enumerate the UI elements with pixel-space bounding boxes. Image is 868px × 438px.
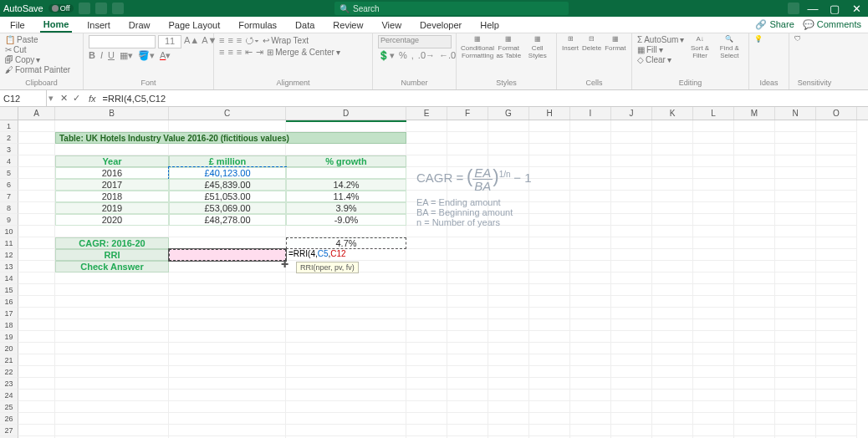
tab-page-layout[interactable]: Page Layout xyxy=(165,18,223,32)
cell[interactable] xyxy=(775,144,816,155)
cell[interactable] xyxy=(611,167,652,179)
cell[interactable] xyxy=(406,366,447,378)
cell[interactable] xyxy=(775,214,816,226)
cell[interactable] xyxy=(570,366,611,378)
row-header[interactable]: 23 xyxy=(0,378,18,390)
cell[interactable] xyxy=(488,390,529,401)
cell[interactable] xyxy=(734,413,775,425)
cell[interactable] xyxy=(734,343,775,354)
cell[interactable] xyxy=(570,296,611,308)
cell[interactable] xyxy=(775,354,816,366)
cell[interactable] xyxy=(611,308,652,319)
cell[interactable] xyxy=(529,401,570,413)
cell[interactable] xyxy=(488,366,529,378)
cell[interactable] xyxy=(570,401,611,413)
cell[interactable] xyxy=(816,237,857,249)
cell[interactable] xyxy=(775,319,816,331)
cell[interactable] xyxy=(286,202,406,214)
col-header[interactable]: O xyxy=(816,107,857,120)
cell[interactable] xyxy=(775,261,816,272)
cell[interactable] xyxy=(529,202,570,214)
align-left-icon[interactable]: ≡ xyxy=(219,47,224,58)
align-right-icon[interactable]: ≡ xyxy=(237,47,242,58)
cell[interactable] xyxy=(169,331,286,343)
cell[interactable] xyxy=(18,284,55,296)
col-header[interactable]: L xyxy=(693,107,734,120)
autosum-button[interactable]: Σ AutoSum ▾ xyxy=(637,35,684,44)
cell[interactable] xyxy=(55,366,169,378)
cell[interactable] xyxy=(55,390,169,401)
row-header[interactable]: 26 xyxy=(0,413,18,425)
cell[interactable] xyxy=(447,296,488,308)
cell[interactable] xyxy=(611,226,652,237)
cell[interactable] xyxy=(611,179,652,191)
cell[interactable] xyxy=(611,425,652,436)
cell[interactable] xyxy=(816,132,857,144)
tab-developer[interactable]: Developer xyxy=(416,18,465,32)
cell[interactable] xyxy=(816,308,857,319)
cell[interactable] xyxy=(570,132,611,144)
cell[interactable] xyxy=(529,261,570,272)
row-header[interactable]: 24 xyxy=(0,390,18,401)
cell[interactable] xyxy=(286,132,406,144)
cell[interactable] xyxy=(652,202,693,214)
cell[interactable] xyxy=(693,425,734,436)
tab-draw[interactable]: Draw xyxy=(125,18,154,32)
cell[interactable] xyxy=(693,167,734,179)
row-header[interactable]: 19 xyxy=(0,331,18,343)
cell[interactable] xyxy=(611,319,652,331)
cell[interactable] xyxy=(18,237,55,249)
cell[interactable] xyxy=(488,144,529,155)
cell[interactable] xyxy=(529,272,570,284)
cell[interactable] xyxy=(529,167,570,179)
cell[interactable] xyxy=(652,284,693,296)
cell[interactable] xyxy=(55,261,169,272)
cell[interactable] xyxy=(775,120,816,132)
align-top-icon[interactable]: ≡ xyxy=(219,35,224,45)
cell[interactable] xyxy=(286,249,406,261)
row-header[interactable]: 21 xyxy=(0,354,18,366)
cell[interactable] xyxy=(652,272,693,284)
cell[interactable] xyxy=(286,378,406,390)
cell[interactable] xyxy=(652,331,693,343)
cell[interactable] xyxy=(286,284,406,296)
cell[interactable] xyxy=(775,308,816,319)
cell[interactable] xyxy=(169,378,286,390)
cell[interactable] xyxy=(652,413,693,425)
cell[interactable] xyxy=(611,343,652,354)
cell[interactable] xyxy=(775,155,816,167)
cell[interactable] xyxy=(816,284,857,296)
cell[interactable] xyxy=(55,132,169,144)
indent-increase-icon[interactable]: ⇥ xyxy=(256,47,263,58)
accounting-icon[interactable]: 💲▾ xyxy=(378,50,395,61)
cell[interactable] xyxy=(816,191,857,202)
cell[interactable] xyxy=(488,354,529,366)
cell[interactable] xyxy=(816,343,857,354)
cell[interactable] xyxy=(693,378,734,390)
cell[interactable] xyxy=(55,214,169,226)
fill-color-button[interactable]: 🪣▾ xyxy=(138,50,155,61)
cell[interactable] xyxy=(447,132,488,144)
cell[interactable] xyxy=(488,132,529,144)
cell[interactable] xyxy=(169,179,286,191)
cell[interactable] xyxy=(652,132,693,144)
cell[interactable] xyxy=(529,343,570,354)
cell[interactable] xyxy=(169,132,286,144)
cell[interactable] xyxy=(55,308,169,319)
cell[interactable] xyxy=(775,331,816,343)
cell[interactable] xyxy=(734,308,775,319)
cell[interactable] xyxy=(570,319,611,331)
cell[interactable] xyxy=(652,296,693,308)
cell[interactable] xyxy=(529,237,570,249)
cell[interactable] xyxy=(169,366,286,378)
cell[interactable] xyxy=(18,354,55,366)
cell[interactable] xyxy=(734,378,775,390)
row-header[interactable]: 22 xyxy=(0,366,18,378)
cell[interactable] xyxy=(286,296,406,308)
tab-help[interactable]: Help xyxy=(477,18,503,32)
col-header[interactable]: I xyxy=(570,107,611,120)
cell[interactable] xyxy=(693,214,734,226)
insert-cells-button[interactable]: ⊞Insert xyxy=(562,35,579,52)
cell[interactable] xyxy=(570,284,611,296)
number-format-select[interactable]: Percentage xyxy=(378,35,452,48)
